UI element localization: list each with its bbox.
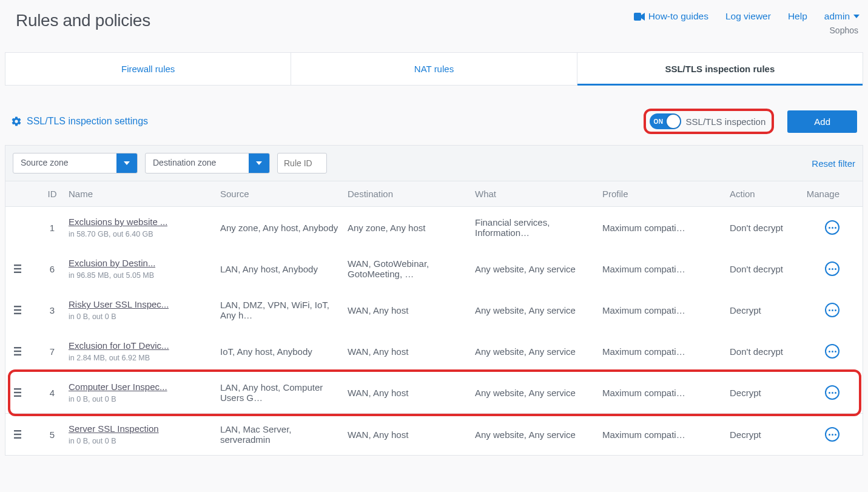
rule-source: LAN, Any host, Anybody <box>220 264 348 274</box>
rule-name-link[interactable]: Exclusion for IoT Devic... <box>69 340 169 351</box>
drag-handle-icon[interactable] <box>14 306 36 314</box>
rule-name-link[interactable]: Exclusions by website ... <box>69 217 167 227</box>
rule-id: 5 <box>36 430 69 440</box>
col-action: Action <box>730 189 802 199</box>
gear-icon <box>11 116 22 127</box>
rule-id: 3 <box>36 305 69 315</box>
destination-zone-select[interactable]: Destination zone <box>145 153 270 174</box>
rule-what: Any website, Any service <box>475 264 602 274</box>
col-name: Name <box>69 189 220 199</box>
table-header: ID Name Source Destination What Profile … <box>5 181 863 207</box>
rule-name-link[interactable]: Server SSL Inspection <box>69 423 159 434</box>
rule-action: Don't decrypt <box>730 223 802 233</box>
table-row: 1Exclusions by website ...in 58.70 GB, o… <box>5 207 863 248</box>
rule-name-link[interactable]: Exclusion by Destin... <box>69 258 155 268</box>
source-zone-select[interactable]: Source zone <box>13 153 138 174</box>
caret-down-icon <box>249 153 269 173</box>
col-id: ID <box>36 189 69 199</box>
highlight-ssl-toggle: ON SSL/TLS inspection <box>644 109 775 134</box>
rule-id: 1 <box>36 223 69 233</box>
svg-rect-11 <box>14 392 21 393</box>
rule-traffic-label: in 58.70 GB, out 6.40 GB <box>69 230 214 238</box>
rule-id: 7 <box>36 346 69 357</box>
rule-destination: WAN, Any host <box>348 430 475 440</box>
rule-traffic-label: in 96.85 MB, out 5.05 MB <box>69 271 214 280</box>
company-label: Sophos <box>634 25 860 35</box>
ssl-tls-inspection-toggle[interactable]: ON <box>650 113 681 129</box>
manage-button[interactable] <box>825 220 839 235</box>
toggle-label: SSL/TLS inspection <box>686 116 766 127</box>
rule-what: Any website, Any service <box>475 305 602 315</box>
toolbar: SSL/TLS inspection settings ON SSL/TLS i… <box>5 86 863 139</box>
svg-rect-1 <box>14 265 21 266</box>
col-destination: Destination <box>348 189 475 199</box>
drag-handle-icon[interactable] <box>14 347 36 356</box>
rule-action: Don't decrypt <box>730 264 802 274</box>
reset-filter-link[interactable]: Reset filter <box>812 158 855 169</box>
rule-destination: Any zone, Any host <box>348 223 475 233</box>
col-profile: Profile <box>602 189 730 199</box>
rule-action: Decrypt <box>730 305 802 315</box>
tabs: Firewall rules NAT rules SSL/TLS inspect… <box>5 52 863 86</box>
manage-button[interactable] <box>825 427 839 442</box>
table-row: 5Server SSL Inspectionin 0 B, out 0 BLAN… <box>5 414 863 455</box>
rule-traffic-label: in 0 B, out 0 B <box>69 395 214 403</box>
tab-firewall-rules[interactable]: Firewall rules <box>5 53 291 85</box>
rule-action: Decrypt <box>730 430 802 440</box>
svg-rect-9 <box>14 354 21 356</box>
filter-bar: Source zone Destination zone Reset filte… <box>5 146 863 181</box>
rule-profile: Maximum compati… <box>602 264 730 274</box>
rule-destination: WAN, GotoWebinar, GotoMeeting, … <box>348 258 475 279</box>
drag-handle-icon[interactable] <box>14 388 36 397</box>
manage-button[interactable] <box>825 344 839 359</box>
col-source: Source <box>220 189 348 199</box>
svg-rect-8 <box>14 351 21 352</box>
col-what: What <box>475 189 602 199</box>
rule-what: Any website, Any service <box>475 346 602 357</box>
rule-source: LAN, Any host, Computer Users G… <box>220 382 348 403</box>
rule-id: 4 <box>36 388 69 398</box>
rule-what: Financial services, Information… <box>475 217 602 238</box>
rule-profile: Maximum compati… <box>602 305 730 315</box>
drag-handle-icon[interactable] <box>14 430 36 439</box>
svg-rect-5 <box>14 309 21 311</box>
tab-nat-rules[interactable]: NAT rules <box>291 53 577 85</box>
toggle-knob <box>667 115 680 128</box>
manage-button[interactable] <box>825 303 839 317</box>
user-menu[interactable]: admin <box>824 11 860 22</box>
rows-container: 1Exclusions by website ...in 58.70 GB, o… <box>5 207 863 455</box>
manage-button[interactable] <box>825 385 839 400</box>
rule-source: LAN, DMZ, VPN, WiFi, IoT, Any h… <box>220 300 348 320</box>
manage-button[interactable] <box>825 261 839 276</box>
log-viewer-link[interactable]: Log viewer <box>725 11 771 22</box>
rule-source: LAN, Mac Server, serveradmin <box>220 424 348 445</box>
svg-rect-13 <box>14 430 21 431</box>
rule-action: Decrypt <box>730 388 802 398</box>
rule-profile: Maximum compati… <box>602 430 730 440</box>
rule-traffic-label: in 2.84 MB, out 6.92 MB <box>69 354 214 362</box>
rule-what: Any website, Any service <box>475 388 602 398</box>
rule-id-input[interactable] <box>277 153 327 174</box>
drag-handle-icon[interactable] <box>14 265 36 273</box>
svg-rect-3 <box>14 272 21 273</box>
video-icon <box>634 13 645 21</box>
howto-guides-link[interactable]: How-to guides <box>634 11 708 22</box>
add-button[interactable]: Add <box>787 110 857 133</box>
table-row: 3Risky User SSL Inspec...in 0 B, out 0 B… <box>5 289 863 331</box>
col-manage: Manage <box>802 189 854 199</box>
svg-rect-7 <box>14 347 21 348</box>
rule-action: Don't decrypt <box>730 346 802 357</box>
page-title: Rules and policies <box>16 11 150 30</box>
rule-destination: WAN, Any host <box>348 388 475 398</box>
help-link[interactable]: Help <box>788 11 807 22</box>
tab-ssl-tls-inspection-rules[interactable]: SSL/TLS inspection rules <box>577 53 863 85</box>
svg-rect-15 <box>14 437 21 439</box>
table-row: 6Exclusion by Destin...in 96.85 MB, out … <box>5 248 863 289</box>
svg-rect-6 <box>14 313 21 314</box>
rule-destination: WAN, Any host <box>348 305 475 315</box>
rule-source: Any zone, Any host, Anybody <box>220 223 348 233</box>
ssl-tls-inspection-settings-link[interactable]: SSL/TLS inspection settings <box>11 116 148 127</box>
rule-name-link[interactable]: Computer User Inspec... <box>69 382 167 392</box>
rule-traffic-label: in 0 B, out 0 B <box>69 437 214 445</box>
rule-name-link[interactable]: Risky User SSL Inspec... <box>69 299 169 309</box>
